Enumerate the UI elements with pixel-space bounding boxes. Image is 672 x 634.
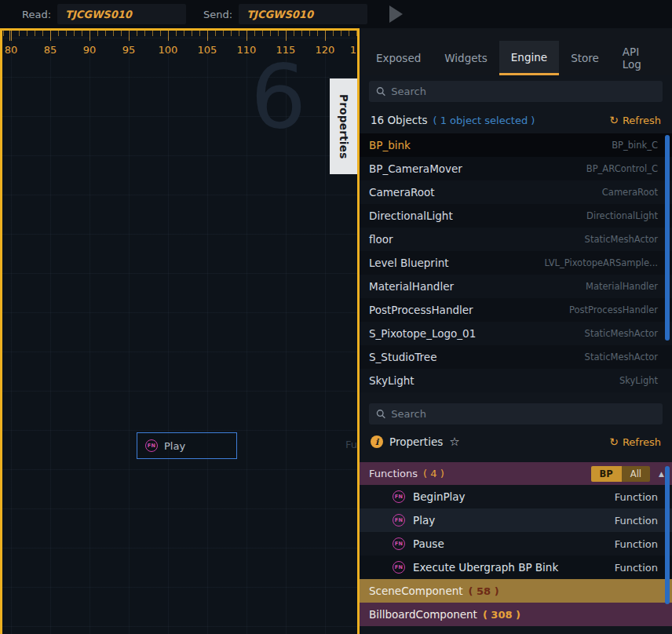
object-name: CameraRoot [369, 186, 435, 199]
background-digit: 6 [250, 53, 306, 140]
objects-search-input[interactable] [391, 86, 656, 97]
ruler-number: 80 [0, 44, 23, 56]
tab-exposed[interactable]: Exposed [364, 41, 433, 75]
tab-widgets[interactable]: Widgets [433, 41, 499, 75]
refresh-icon: ↻ [609, 435, 619, 448]
function-name: Execute Ubergraph BP Bink [413, 561, 558, 574]
side-panel: Exposed Widgets Engine Store API Log 16 … [360, 28, 672, 634]
table-row[interactable]: S_Pixotope_Logo_01 StaticMeshActor [360, 322, 672, 345]
table-row[interactable]: PostProcessHandler PostProcessHandler [360, 298, 672, 322]
function-type: Function [615, 491, 658, 503]
ruler-number: 100 [156, 44, 180, 56]
ruler-number: 95 [117, 44, 141, 56]
function-name: BeginPlay [413, 490, 466, 503]
filter-bp-button[interactable]: BP [591, 466, 622, 482]
refresh-icon: ↻ [609, 114, 619, 126]
properties-search-input[interactable] [391, 408, 656, 420]
clipped-function-text: Fun [345, 439, 360, 450]
object-list-scrollbar[interactable] [665, 135, 670, 341]
objects-refresh-button[interactable]: ↻ Refresh [609, 114, 661, 126]
properties-title: Properties [389, 435, 443, 448]
ruler-number: 120 [313, 44, 337, 56]
table-row[interactable]: Level Blueprint LVL_PixotopeARSample... [360, 251, 672, 275]
tab-api-log[interactable]: API Log [611, 41, 667, 75]
panel-tab-bar: Exposed Widgets Engine Store API Log [360, 28, 672, 75]
function-row[interactable]: FN BeginPlay Function [360, 485, 672, 508]
properties-side-tab[interactable]: Properties [330, 78, 357, 174]
table-row[interactable]: DirectionalLight DirectionalLight [360, 204, 672, 228]
refresh-label: Refresh [623, 436, 661, 448]
properties-panel-scrollbar[interactable] [665, 466, 670, 604]
search-icon [376, 409, 385, 419]
function-name: Play [413, 514, 435, 527]
fn-icon: FN [393, 490, 405, 503]
ruler-number: 105 [195, 44, 219, 56]
object-class: StaticMeshActor [585, 328, 658, 339]
object-name: DirectionalLight [369, 210, 453, 222]
send-input[interactable] [239, 4, 367, 24]
object-class: MaterialHandler [586, 281, 658, 292]
info-icon[interactable]: i [371, 435, 383, 448]
billboard-component-section-header[interactable]: BillboardComponent ( 308 ) [360, 603, 672, 626]
ruler-major-ticks [2, 31, 357, 41]
star-icon[interactable]: ☆ [449, 435, 459, 449]
function-row[interactable]: FN Play Function [360, 508, 672, 532]
search-icon [376, 86, 385, 97]
read-input[interactable] [57, 4, 186, 24]
function-row[interactable]: FN Pause Function [360, 532, 672, 556]
properties-search[interactable] [369, 403, 663, 424]
function-name: Pause [413, 537, 444, 550]
object-class: CameraRoot [602, 187, 658, 198]
section-title: BillboardComponent [369, 608, 477, 621]
object-class: SkyLight [619, 375, 658, 386]
functions-title: Functions [369, 468, 418, 479]
scene-component-section-header[interactable]: SceneComponent ( 58 ) [360, 579, 672, 603]
properties-refresh-button[interactable]: ↻ Refresh [609, 435, 661, 448]
object-name: MaterialHandler [369, 280, 454, 293]
table-row[interactable]: S_StudioTree StaticMeshActor [360, 345, 672, 369]
play-function-chip[interactable]: FN Play [137, 432, 237, 459]
properties-header: i Properties ☆ ↻ Refresh [360, 429, 672, 454]
object-class: BP_ARControl_C [586, 163, 658, 174]
table-row[interactable]: MaterialHandler MaterialHandler [360, 275, 672, 298]
table-row[interactable]: floor StaticMeshActor [360, 228, 672, 251]
object-class: StaticMeshActor [585, 352, 658, 363]
table-row[interactable]: CameraRoot CameraRoot [360, 180, 672, 204]
read-label: Read: [22, 9, 51, 20]
tab-engine[interactable]: Engine [499, 41, 559, 75]
object-name: BP_bink [369, 139, 411, 151]
functions-count: ( 4 ) [423, 468, 444, 479]
functions-section-header[interactable]: Functions ( 4 ) BP All ▲ [360, 462, 672, 485]
ruler-number: 1 [341, 44, 360, 56]
function-type: Function [615, 562, 658, 574]
table-row[interactable]: SkyLight SkyLight [360, 369, 672, 392]
play-chip-label: Play [164, 440, 185, 452]
function-row[interactable]: FN Execute Ubergraph BP Bink Function [360, 556, 672, 579]
fn-icon: FN [393, 514, 405, 527]
object-name: Level Blueprint [369, 257, 449, 269]
object-name: SkyLight [369, 374, 415, 387]
ruler-number: 90 [78, 44, 101, 56]
object-name: BP_CameraMover [369, 162, 462, 175]
ruler-number: 85 [38, 44, 62, 56]
filter-all-button[interactable]: All [622, 466, 650, 482]
objects-search[interactable] [369, 81, 663, 102]
section-count: ( 308 ) [483, 609, 520, 621]
send-label: Send: [203, 9, 232, 20]
objects-count: 16 Objects [371, 114, 427, 126]
object-name: floor [369, 233, 393, 246]
fn-icon: FN [393, 561, 405, 574]
object-name: PostProcessHandler [369, 304, 473, 316]
function-type: Function [615, 538, 658, 550]
tab-store[interactable]: Store [559, 41, 611, 75]
viewport-canvas[interactable]: 80 85 90 95 100 105 110 115 120 1 6 Prop… [0, 28, 360, 634]
fn-icon: FN [393, 537, 405, 550]
fn-icon: FN [145, 439, 158, 452]
object-class: LVL_PixotopeARSample... [545, 257, 658, 268]
table-row[interactable]: BP_bink BP_bink_C [360, 133, 672, 157]
table-row[interactable]: BP_CameraMover BP_ARControl_C [360, 157, 672, 180]
objects-selected-count: ( 1 object selected ) [433, 115, 535, 126]
collapse-arrow-icon[interactable]: ▲ [659, 470, 664, 478]
play-icon[interactable] [389, 5, 403, 23]
object-class: StaticMeshActor [585, 234, 658, 245]
